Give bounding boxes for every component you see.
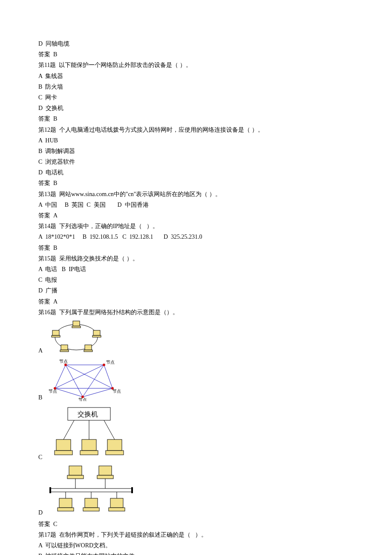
- computer-icon: [92, 330, 101, 337]
- computer-icon: [55, 439, 72, 455]
- q16-label-a: A: [38, 345, 44, 356]
- q15-opt-d: D 广播: [38, 285, 354, 296]
- q13-opts: A 中国 B 英国 C 美国 D 中国香港: [38, 199, 354, 210]
- ring-topology-diagram: [49, 320, 104, 354]
- q12-opt-a: A HUB: [38, 135, 354, 146]
- computer-icon: [106, 439, 124, 455]
- svg-line-18: [55, 388, 83, 397]
- q11-opt-d: D 交换机: [38, 103, 354, 113]
- bus-topology-diagram: [49, 465, 134, 516]
- q15-title: 第15题 采用线路交换技术的是（ ）。: [38, 253, 354, 264]
- svg-rect-51: [83, 508, 99, 511]
- svg-rect-52: [110, 498, 123, 508]
- svg-line-13: [66, 365, 83, 397]
- q12-title: 第12题 个人电脑通过电话线拨号方式接入因特网时，应使用的网络连接设备是（ ）。: [38, 124, 354, 135]
- q13-title: 第13题 网站www.sina.com.cn中的"cn"表示该网站所在的地区为（…: [38, 189, 354, 199]
- svg-line-27: [63, 420, 74, 439]
- computer-icon: [97, 466, 113, 479]
- svg-point-22: [103, 364, 105, 366]
- q13-answer: 答案 A: [38, 210, 354, 221]
- svg-rect-37: [67, 475, 84, 479]
- q14-answer: 答案 B: [38, 243, 354, 253]
- switch-label: 交换机: [78, 410, 98, 418]
- q14-opts: A 18*102*0*1 B 192.108.1.5 C 192.128.1 D…: [38, 231, 354, 242]
- q16-option-d: D: [38, 463, 354, 518]
- svg-rect-4: [92, 335, 101, 337]
- svg-rect-32: [82, 439, 96, 451]
- computer-icon: [72, 321, 81, 328]
- svg-rect-2: [72, 326, 81, 328]
- mesh-topology-diagram: 节点 节点 节点 节点 节点: [49, 358, 121, 401]
- q16-label-d: D: [38, 507, 44, 518]
- computer-icon: [60, 345, 69, 352]
- option-d-prev: D 同轴电缆: [38, 38, 354, 49]
- node-label: 节点: [78, 397, 87, 401]
- node-label: 节点: [112, 389, 121, 393]
- computer-icon: [67, 466, 84, 479]
- svg-rect-3: [93, 330, 100, 335]
- node-label: 节点: [59, 359, 68, 364]
- svg-rect-30: [56, 439, 71, 451]
- svg-rect-36: [69, 466, 82, 475]
- computer-icon: [84, 345, 92, 352]
- svg-rect-9: [52, 330, 59, 335]
- q15-opt-c: C 电报: [38, 275, 354, 285]
- q15-answer: 答案 A: [38, 296, 354, 307]
- svg-rect-35: [106, 451, 124, 455]
- q17-opt-b: B 被链接文件只能在本网站内的文件。: [38, 551, 354, 555]
- computer-icon: [52, 330, 60, 337]
- svg-rect-39: [97, 475, 113, 479]
- computer-icon: [80, 439, 98, 455]
- q12-opt-b: B 调制解调器: [38, 146, 354, 156]
- svg-point-21: [64, 364, 67, 366]
- q16-option-a: A: [38, 318, 354, 356]
- q16-label-b: B: [38, 392, 44, 403]
- svg-rect-31: [55, 451, 72, 455]
- q14-title: 第14题 下列选项中，正确的IP地址是（ ）。: [38, 221, 354, 231]
- q15-opt-ab: A 电话 B IP电话: [38, 264, 354, 275]
- svg-line-20: [83, 388, 112, 397]
- node-label: 节点: [49, 389, 57, 393]
- q16-option-c: C 交换机: [38, 404, 354, 462]
- computer-icon: [109, 498, 125, 511]
- q16-label-c: C: [38, 452, 44, 462]
- svg-line-29: [104, 420, 115, 439]
- node-label: 节点: [106, 360, 115, 364]
- svg-rect-6: [84, 350, 92, 352]
- svg-rect-42: [51, 489, 132, 492]
- svg-rect-7: [61, 345, 68, 350]
- q11-answer: 答案 B: [38, 113, 354, 124]
- q17-title: 第17题 在制作网页时，下列关于超链接的叙述正确的是（ ）。: [38, 529, 354, 540]
- svg-rect-44: [131, 487, 133, 493]
- svg-rect-53: [109, 508, 125, 511]
- q16-option-b: B 节点 节点 节点 节点: [38, 357, 354, 403]
- svg-rect-50: [85, 498, 98, 508]
- q11-opt-b: B 防火墙: [38, 81, 354, 92]
- svg-rect-48: [59, 498, 72, 508]
- svg-rect-34: [107, 439, 122, 451]
- svg-rect-1: [73, 321, 80, 326]
- svg-rect-8: [60, 350, 69, 352]
- q11-opt-a: A 集线器: [38, 71, 354, 81]
- q11-title: 第11题 以下能保护一个网络防止外部攻击的设备是（ ）。: [38, 60, 354, 70]
- q17-opt-a: A 可以链接到WORD文档。: [38, 540, 354, 551]
- computer-icon: [83, 498, 99, 511]
- q12-answer: 答案 B: [38, 178, 354, 188]
- answer-prev: 答案 B: [38, 49, 354, 60]
- svg-line-12: [55, 365, 66, 388]
- q12-opt-d: D 电话机: [38, 167, 354, 178]
- q12-opt-c: C 浏览器软件: [38, 156, 354, 167]
- svg-line-15: [55, 365, 104, 388]
- svg-rect-5: [85, 345, 92, 350]
- star-topology-diagram: 交换机: [49, 405, 130, 461]
- computer-icon: [58, 498, 74, 511]
- svg-line-16: [83, 365, 104, 397]
- svg-rect-43: [49, 487, 51, 493]
- q16-title: 第16题 下列属于星型网络拓扑结构的示意图是（）。: [38, 307, 354, 318]
- q16-answer: 答案 C: [38, 519, 354, 529]
- q11-opt-c: C 网卡: [38, 92, 354, 103]
- svg-rect-49: [58, 508, 74, 511]
- svg-rect-10: [52, 335, 60, 337]
- svg-rect-33: [80, 451, 98, 455]
- svg-rect-38: [99, 466, 112, 475]
